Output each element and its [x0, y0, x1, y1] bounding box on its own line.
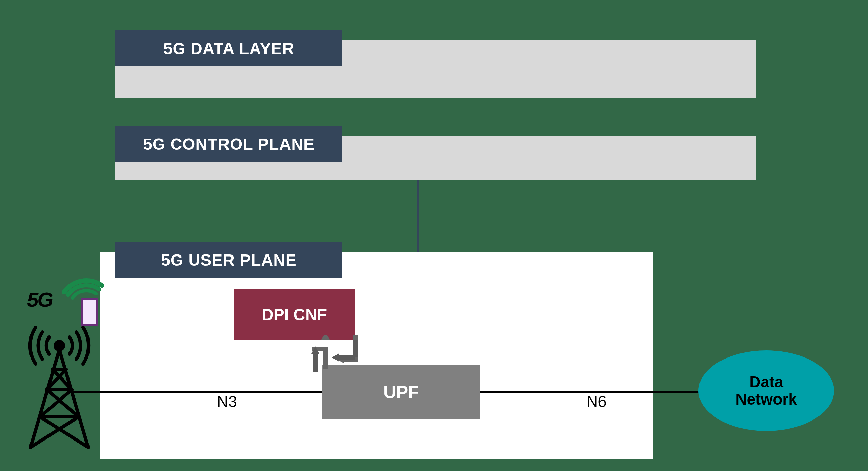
data-network-line1: Data	[749, 373, 783, 391]
gnb-box-icon	[81, 298, 98, 326]
n3-link-line	[68, 391, 322, 393]
control-plane-label: 5G CONTROL PLANE	[115, 126, 342, 162]
data-network-line2: Network	[735, 391, 797, 408]
data-layer-label: 5G DATA LAYER	[115, 30, 342, 66]
dpi-upf-bidir-icon	[295, 339, 366, 374]
dpi-cnf-node: DPI CNF	[234, 289, 355, 340]
ran-tower-icon: 5G	[14, 274, 102, 451]
data-network-node: Data Network	[698, 350, 834, 431]
n6-label: N6	[587, 392, 607, 411]
svg-marker-3	[332, 353, 339, 362]
user-plane-label: 5G USER PLANE	[115, 242, 342, 278]
svg-marker-4	[311, 346, 319, 354]
user-plane-box	[100, 252, 653, 459]
five-g-text: 5G	[27, 288, 52, 311]
radio-tower-icon	[20, 325, 98, 452]
n3-label: N3	[217, 392, 237, 411]
